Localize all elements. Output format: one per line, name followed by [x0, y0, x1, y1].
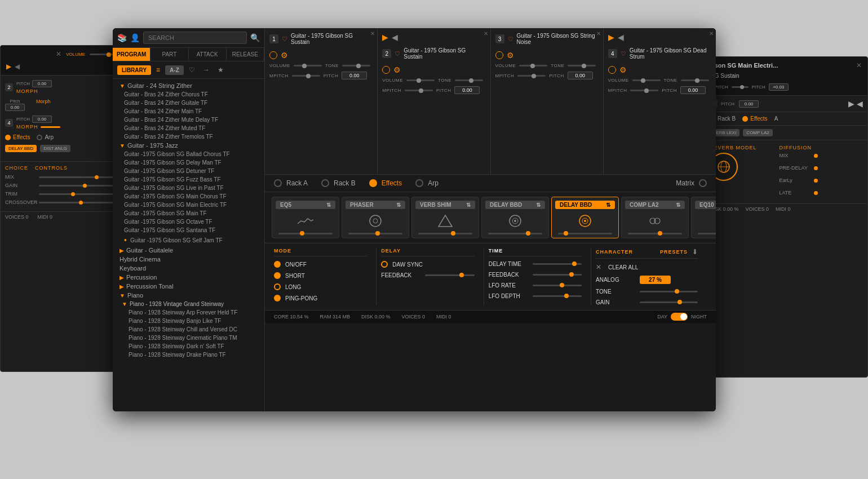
arp-radio[interactable] [37, 135, 42, 140]
star-filter-btn[interactable]: ★ [215, 65, 227, 75]
library-btn[interactable]: LIBRARY [117, 65, 151, 75]
item-piano-drake[interactable]: Piano - 1928 Steinway Drake Piano TF [113, 351, 264, 359]
inst-4-pitch-box[interactable]: 0.00 [680, 86, 706, 94]
eq10-name[interactable]: EQ10 ⇅ [695, 201, 716, 209]
gain-char-slider[interactable] [640, 301, 698, 303]
inst-4-tone-slider[interactable] [681, 79, 709, 81]
close-icon-right[interactable]: ✕ [856, 61, 862, 69]
rack-a-tab[interactable]: Rack A [274, 179, 308, 187]
delay-bbd-2-name[interactable]: DELAY BBD ⇅ [555, 201, 615, 209]
analog-value[interactable]: 27 % [640, 276, 671, 284]
item-main-electric[interactable]: Guitar -1975 Gibson SG Main Electric TF [113, 201, 264, 209]
inst-4-mpitch-slider[interactable] [630, 90, 658, 91]
verb-shim-name[interactable]: VERB SHIM ⇅ [415, 201, 475, 209]
inst-4-power[interactable] [608, 66, 616, 74]
lfo-rate-slider[interactable] [533, 285, 582, 286]
inst-1-mpitch-slider[interactable] [292, 75, 320, 77]
tab-program[interactable]: PROGRAM [113, 48, 150, 61]
category-perc-tonal[interactable]: ▶ Percussion Tonal [113, 282, 264, 291]
item-piano-dark[interactable]: Piano - 1928 Steinway Dark n' Soft TF [113, 342, 264, 351]
effect-pill-r2[interactable]: COMP LA2 [743, 129, 772, 136]
crossover-slider[interactable] [39, 202, 119, 203]
phaser-name[interactable]: PHASER ⇅ [346, 201, 405, 209]
item-ballad[interactable]: Guitar -1975 Gibson SG Ballad Chorus TF [113, 150, 264, 158]
inst-2-mpitch-slider[interactable] [405, 90, 433, 91]
comp-la2-name[interactable]: COMP LA2 ⇅ [625, 201, 685, 209]
item-muted[interactable]: Guitar - Bras 24 Zither Muted TF [113, 124, 264, 132]
inst-1-pitch-box[interactable]: 0.00 [342, 72, 367, 79]
inst-2-vol-slider[interactable] [406, 79, 435, 81]
eq10-slider[interactable] [698, 233, 716, 234]
category-hybrid[interactable]: Hybrid Cinema [113, 255, 264, 264]
trim-slider[interactable] [39, 193, 119, 195]
inst-2-power[interactable] [382, 66, 390, 74]
short-radio[interactable] [274, 272, 281, 279]
search-input[interactable] [143, 32, 247, 44]
daw-sync-radio[interactable] [381, 261, 388, 268]
az-btn[interactable]: A-Z [165, 65, 184, 75]
inst-1-tone-slider[interactable] [342, 65, 370, 66]
item-main[interactable]: Guitar - Bras 24 Zither Main TF [113, 107, 264, 116]
close-panel-2[interactable]: ✕ [484, 30, 488, 37]
item-piano-banjo[interactable]: Piano - 1928 Steinway Banjo Like TF [113, 317, 264, 325]
rack-b-radio[interactable] [321, 179, 329, 187]
item-octave[interactable]: Guitar -1975 Gibson SG Octave TF [113, 218, 264, 226]
item-main-tf[interactable]: Guitar -1975 Gibson SG Main TF [113, 209, 264, 218]
inst-4-vol-slider[interactable] [632, 79, 661, 81]
item-delay-man[interactable]: Guitar -1975 Gibson SG Delay Man TF [113, 158, 264, 167]
inst-3-vol-slider[interactable] [519, 65, 547, 66]
item-self-jam[interactable]: • Guitar -1975 Gibson SG Self Jam TF [113, 234, 264, 246]
heart-filter-btn[interactable]: ♡ [186, 65, 198, 75]
effects-radio-r[interactable] [742, 116, 748, 122]
delay-time-slider[interactable] [533, 263, 582, 265]
category-zither[interactable]: ▼ Guitar - 24 String Zither [113, 81, 264, 90]
inst-2-tone-slider[interactable] [455, 79, 483, 81]
effects-tab[interactable]: Effects [369, 179, 402, 187]
arp-tab[interactable]: Arp [415, 179, 439, 187]
close-panel-1[interactable]: ✕ [370, 30, 375, 37]
item-main-chorus[interactable]: Guitar -1975 Gibson SG Main Chorus TF [113, 192, 264, 201]
item-guitale[interactable]: Guitar - Bras 24 Zither Guitale TF [113, 99, 264, 107]
effect-pill-2[interactable]: DIST ANLG [40, 145, 70, 152]
effects-radio[interactable] [5, 135, 11, 140]
rack-b-tab[interactable]: Rack B [321, 179, 356, 187]
download-icon[interactable]: ⬇ [692, 248, 698, 256]
category-piano[interactable]: ▼ Piano [113, 291, 264, 300]
category-guitalele[interactable]: ▶ Guitar - Guitalele [113, 246, 264, 255]
feedback-slider[interactable] [425, 274, 474, 276]
ping-pong-radio[interactable] [274, 295, 281, 301]
delay-bbd-2-slider[interactable] [558, 233, 612, 234]
inst-1-power[interactable] [269, 51, 277, 59]
close-panel-3[interactable]: ✕ [596, 30, 601, 37]
item-chorus[interactable]: Guitar - Bras 24 Zither Chorus TF [113, 90, 264, 99]
tone-char-slider[interactable] [640, 291, 698, 292]
item-piano-cinematic[interactable]: Piano - 1928 Steinway Cinematic Piano TM [113, 334, 264, 342]
close-icon[interactable]: ✕ [56, 50, 61, 58]
lfo-depth-slider[interactable] [533, 295, 582, 297]
category-perc[interactable]: ▶ Percussion [113, 273, 264, 282]
delay-bbd-1-name[interactable]: DELAY BBD ⇅ [485, 201, 545, 209]
verb-shim-slider[interactable] [418, 233, 472, 234]
search-icon[interactable]: 🔍 [250, 33, 260, 42]
item-santana[interactable]: Guitar -1975 Gibson SG Santana TF [113, 226, 264, 234]
list-view-btn[interactable]: ≡ [153, 65, 163, 75]
item-fuzz[interactable]: Guitar -1975 Gibson SG Fuzz Bass TF [113, 175, 264, 184]
tab-release[interactable]: RELEASE [227, 48, 264, 61]
inst-3-pitch-box[interactable]: 0.00 [568, 72, 593, 79]
delay-bbd-1-slider[interactable] [488, 233, 542, 234]
item-tremolos[interactable]: Guitar - Bras 24 Zither Tremolos TF [113, 132, 264, 141]
eq5-name[interactable]: EQ5 ⇅ [276, 201, 335, 209]
item-detuner[interactable]: Guitar -1975 Gibson SG Detuner TF [113, 167, 264, 175]
rack-a-radio[interactable] [274, 179, 282, 187]
inst-3-power[interactable] [495, 51, 503, 59]
phaser-slider[interactable] [348, 233, 402, 234]
category-jazz[interactable]: ▼ Guitar - 1975 Jazz [113, 141, 264, 150]
item-piano-chill[interactable]: Piano - 1928 Steinway Chill and Versed D… [113, 325, 264, 334]
long-radio[interactable] [274, 283, 281, 290]
close-panel-4[interactable]: ✕ [709, 30, 714, 37]
arrow-filter-btn[interactable]: → [200, 65, 212, 75]
matrix-circle[interactable] [699, 179, 707, 187]
inst-2-pitch-box[interactable]: 0.00 [454, 86, 480, 94]
day-night-switch[interactable] [671, 313, 688, 321]
clear-all-text[interactable]: CLEAR ALL [608, 264, 648, 270]
